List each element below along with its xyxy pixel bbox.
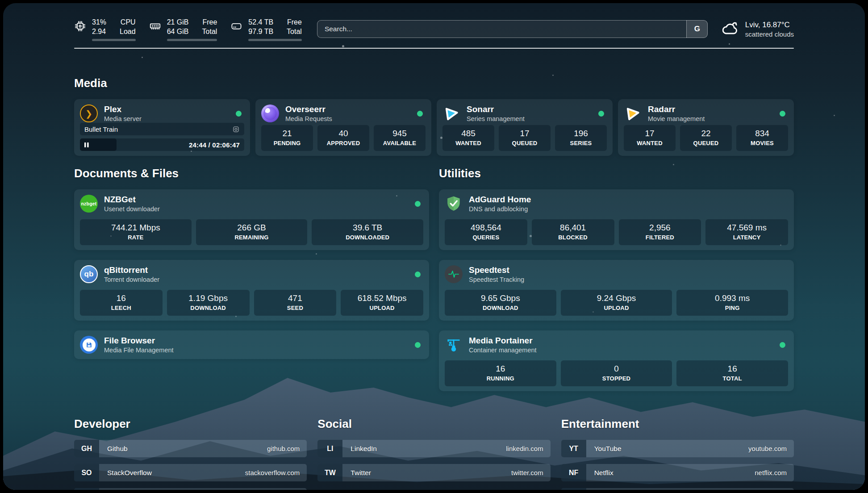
nzbget-icon: nzbget bbox=[80, 195, 98, 213]
sonarr-icon bbox=[442, 104, 460, 122]
service-card-speedtest[interactable]: Speedtest Speedtest Tracking 9.65 GbpsDO… bbox=[439, 260, 794, 321]
bookmark-name: Twitter bbox=[351, 469, 371, 477]
service-card-plex[interactable]: ❯ Plex Media server Bullet Train bbox=[74, 99, 250, 156]
bookmark-domain: netflix.com bbox=[755, 469, 787, 476]
bookmark-abbr: RE bbox=[561, 488, 586, 490]
service-name: File Browser bbox=[104, 335, 174, 346]
stat-remaining: 266 GBREMAINING bbox=[196, 219, 308, 245]
section-title-entertainment: Entertainment bbox=[561, 417, 794, 431]
service-name: NZBGet bbox=[104, 194, 160, 205]
bookmark-abbr: GH bbox=[74, 440, 99, 457]
section-documents-files: Documents & Files nzbget NZBGet Usenet d… bbox=[74, 167, 429, 391]
status-online-dot bbox=[780, 342, 785, 348]
status-online-dot bbox=[415, 201, 421, 207]
service-subtitle: Usenet downloader bbox=[104, 205, 160, 213]
bookmark-abbr: YT bbox=[561, 440, 586, 457]
service-subtitle: DNS and adblocking bbox=[469, 205, 531, 213]
bookmark-reddit[interactable]: RE Reddit reddit.com bbox=[561, 488, 794, 490]
service-subtitle: Media server bbox=[104, 115, 142, 123]
dashboard-page: 31% CPU 2.94 Load 21 GiB Fr bbox=[3, 3, 865, 490]
service-subtitle: Speedtest Tracking bbox=[469, 276, 524, 284]
service-name: Media Portainer bbox=[469, 335, 537, 346]
service-name: AdGuard Home bbox=[469, 194, 531, 205]
stat-total: 16TOTAL bbox=[676, 360, 788, 386]
memory-progress-bar bbox=[167, 39, 217, 41]
stat-queued: 17QUEUED bbox=[499, 125, 551, 151]
service-card-adguard[interactable]: AdGuard Home DNS and adblocking 498,564Q… bbox=[439, 189, 794, 250]
bookmark-netflix[interactable]: NF Netflix netflix.com bbox=[561, 464, 794, 481]
cpu-load-value: 2.94 bbox=[92, 27, 106, 36]
memory-stat-widget: 21 GiB Free 64 GiB Total bbox=[149, 17, 217, 41]
service-subtitle: Movie management bbox=[648, 115, 705, 123]
search-input[interactable] bbox=[317, 20, 708, 38]
header-divider bbox=[74, 48, 794, 49]
memory-free-value: 21 GiB bbox=[167, 17, 189, 27]
bookmark-dev[interactable]: DT DEV dev.to bbox=[74, 488, 307, 490]
service-name: Sonarr bbox=[467, 104, 525, 114]
section-utilities: Utilities AdGuard Home DNS and bbox=[439, 167, 794, 391]
bookmark-abbr: NF bbox=[561, 464, 586, 481]
section-title-utilities: Utilities bbox=[439, 167, 794, 180]
service-card-filebrowser[interactable]: File Browser Media File Management bbox=[74, 330, 429, 359]
stat-wanted: 17WANTED bbox=[624, 125, 676, 151]
bookmark-group-developer: Developer GH Github github.com SO StackO… bbox=[74, 417, 307, 490]
bookmark-domain: github.com bbox=[267, 445, 300, 452]
service-card-sonarr[interactable]: Sonarr Series management 485WANTED 17QUE… bbox=[437, 99, 613, 156]
bookmark-abbr: DT bbox=[74, 488, 99, 490]
memory-icon bbox=[149, 20, 161, 34]
overseerr-icon bbox=[261, 104, 279, 122]
stat-queries: 498,564QUERIES bbox=[445, 219, 527, 245]
snow-specks bbox=[3, 3, 4, 4]
service-card-portainer[interactable]: Media Portainer Container management 16R… bbox=[439, 330, 794, 391]
service-card-qbittorrent[interactable]: qb qBittorrent Torrent downloader 16LEEC… bbox=[74, 260, 429, 321]
service-card-nzbget[interactable]: nzbget NZBGet Usenet downloader 744.21 M… bbox=[74, 189, 429, 250]
stat-downloaded: 39.6 TBDOWNLOADED bbox=[312, 219, 423, 245]
section-title-social: Social bbox=[317, 417, 550, 431]
stat-approved: 40APPROVED bbox=[317, 125, 369, 151]
status-online-dot bbox=[236, 111, 242, 117]
bookmark-name: StackOverflow bbox=[107, 469, 152, 477]
stat-wanted: 485WANTED bbox=[442, 125, 494, 151]
service-card-overseerr[interactable]: Overseerr Media Requests 21PENDING 40APP… bbox=[255, 99, 431, 156]
portainer-icon bbox=[445, 336, 463, 354]
search-provider-button[interactable]: G bbox=[686, 20, 708, 38]
stat-stopped: 0STOPPED bbox=[561, 360, 672, 386]
bookmark-linkedin[interactable]: LI LinkedIn linkedin.com bbox=[317, 440, 550, 457]
bookmark-domain: twitter.com bbox=[511, 469, 543, 476]
disk-total-label: Total bbox=[287, 27, 302, 36]
status-online-dot bbox=[780, 111, 785, 117]
weather-condition: scattered clouds bbox=[745, 30, 794, 38]
bookmark-stackoverflow[interactable]: SO StackOverflow stackoverflow.com bbox=[74, 464, 307, 481]
bookmark-name: LinkedIn bbox=[351, 445, 377, 453]
top-bar: 31% CPU 2.94 Load 21 GiB Fr bbox=[74, 18, 794, 40]
filebrowser-icon bbox=[80, 336, 98, 354]
disk-progress-bar bbox=[248, 39, 302, 41]
qbittorrent-icon: qb bbox=[80, 265, 98, 283]
status-online-dot bbox=[415, 342, 421, 348]
bookmark-domain: youtube.com bbox=[748, 445, 787, 452]
bookmark-twitter[interactable]: TW Twitter twitter.com bbox=[317, 464, 550, 481]
stat-latency: 47.569 msLATENCY bbox=[705, 219, 788, 245]
service-name: Overseerr bbox=[285, 104, 332, 114]
stat-available: 945AVAILABLE bbox=[374, 125, 426, 151]
playback-progress-bar: 24:44 / 02:06:47 bbox=[80, 138, 244, 151]
bookmark-youtube[interactable]: YT YouTube youtube.com bbox=[561, 440, 794, 457]
service-card-radarr[interactable]: Radarr Movie management 17WANTED 22QUEUE… bbox=[618, 99, 794, 156]
memory-total-value: 64 GiB bbox=[167, 27, 189, 36]
bookmark-github[interactable]: GH Github github.com bbox=[74, 440, 307, 457]
stat-leech: 16LEECH bbox=[80, 290, 163, 316]
stat-running: 16RUNNING bbox=[445, 360, 556, 386]
adguard-icon bbox=[445, 195, 463, 213]
bookmark-group-social: Social LI LinkedIn linkedin.com TW Twitt… bbox=[317, 417, 550, 490]
disk-free-value: 52.4 TB bbox=[248, 17, 273, 27]
bookmark-group-entertainment: Entertainment YT YouTube youtube.com NF … bbox=[561, 417, 794, 490]
disk-total-value: 97.9 TB bbox=[248, 27, 273, 36]
bookmark-abbr: SO bbox=[74, 464, 99, 481]
service-subtitle: Torrent downloader bbox=[104, 276, 159, 284]
service-name: Plex bbox=[104, 104, 142, 114]
service-name: Radarr bbox=[648, 104, 705, 114]
cloud-icon bbox=[721, 21, 740, 38]
weather-location-temp: Lviv, 16.87°C bbox=[745, 20, 794, 30]
cpu-stat-widget: 31% CPU 2.94 Load bbox=[74, 17, 136, 41]
bookmark-abbr: LI bbox=[317, 440, 342, 457]
